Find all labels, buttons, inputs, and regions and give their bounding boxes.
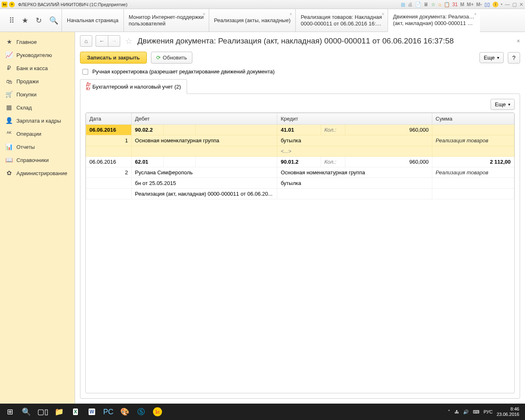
excel-icon[interactable]: X (67, 404, 84, 419)
tab-sales-docs[interactable]: × Реализация (акты, накладные) (209, 9, 296, 32)
refresh-button[interactable]: ⟳Обновить (151, 52, 192, 64)
sidebar-item-label: Руководителю (16, 52, 52, 58)
sidebar-item-label: Администрирование (16, 170, 67, 176)
skype-icon[interactable]: Ⓢ (133, 404, 149, 419)
tab-document-movements[interactable]: × Движения документа: Реализация (акт, н… (388, 9, 480, 32)
sidebar-item-hr[interactable]: 👤Зарплата и кадры (0, 114, 75, 127)
pc-app-icon[interactable]: PC (100, 404, 116, 419)
maximize-icon[interactable]: ▢ (512, 2, 517, 7)
explorer-icon[interactable]: 📁 (51, 404, 67, 419)
manual-edit-checkbox[interactable] (82, 69, 88, 75)
table-row[interactable]: 06.06.2016 62.01 90.01.2 Кол.: 960,000 2… (86, 157, 514, 167)
sidebar-item-warehouse[interactable]: ▦Склад (0, 101, 75, 114)
titlebar-icon[interactable]: 📄 (415, 2, 421, 7)
th-date[interactable]: Дата (86, 113, 132, 125)
paint-icon[interactable]: 🎨 (116, 404, 133, 419)
sidebar-item-catalogs[interactable]: 📖Справочники (0, 153, 75, 167)
table-row[interactable]: 06.06.2016 90.02.2 41.01 Кол.: 960,000 (86, 125, 514, 135)
memory-m-button[interactable]: M (460, 2, 464, 7)
titlebar-icon[interactable]: 📋 (444, 2, 450, 7)
1c-icon[interactable]: 1c (149, 404, 166, 419)
titlebar-icon[interactable]: 🖨 (408, 2, 413, 7)
sidebar-item-purchases[interactable]: 🛒Покупки (0, 88, 75, 101)
back-button[interactable]: ← (96, 35, 108, 47)
calendar-icon[interactable]: 31 (452, 2, 458, 7)
write-and-close-button[interactable]: Записать и закрыть (80, 52, 147, 64)
info-dropdown-icon[interactable]: ▾ (501, 2, 502, 6)
table-more-button[interactable]: Еще▾ (491, 99, 515, 110)
tray-chevron-icon[interactable]: ˄ (448, 409, 450, 415)
memory-mminus-button[interactable]: M- (476, 2, 482, 7)
close-icon[interactable]: × (474, 11, 477, 16)
th-credit[interactable]: Кредит (277, 113, 432, 125)
history-icon[interactable]: ↻ (36, 16, 42, 25)
accounting-tab-icon: ДтКт (86, 82, 91, 91)
sidebar-item-main[interactable]: ★Главное (0, 35, 75, 48)
th-sum[interactable]: Сумма (432, 113, 514, 125)
person-icon: 👤 (6, 117, 12, 124)
star-icon: ★ (6, 39, 12, 45)
sidebar: ★Главное 📈Руководителю ₽Банк и касса 🛍Пр… (0, 32, 75, 404)
sidebar-item-label: Продажи (16, 78, 39, 84)
star-icon[interactable]: ☆ (431, 2, 436, 7)
tab-home[interactable]: Начальная страница (62, 9, 123, 32)
close-icon[interactable]: × (382, 11, 384, 16)
forward-button[interactable]: → (108, 35, 120, 47)
sidebar-item-label: Зарплата и кадры (16, 118, 61, 124)
table-row[interactable]: 2 Руслана Симферополь Основная номенклат… (86, 167, 514, 178)
tab-accounting[interactable]: ДтКт Бухгалтерский и налоговый учет (2) (80, 79, 187, 94)
info-icon[interactable]: i (493, 2, 498, 7)
help-button[interactable]: ? (508, 52, 520, 64)
apps-grid-icon[interactable]: ⠿ (9, 16, 14, 25)
sidebar-item-operations[interactable]: ᴬᴷОперации (0, 127, 75, 140)
sidebar-item-label: Справочники (16, 157, 49, 163)
tab-sale-invoice[interactable]: × Реализация товаров: Накладная 0000-000… (295, 9, 388, 32)
close-icon[interactable]: ✕ (519, 2, 523, 7)
sidebar-item-sales[interactable]: 🛍Продажи (0, 75, 75, 88)
favorite-toggle-icon[interactable]: ☆ (123, 36, 134, 46)
search-button[interactable]: 🔍 (18, 404, 34, 419)
chevron-down-icon: ▾ (508, 102, 510, 107)
sidebar-item-label: Покупки (16, 91, 37, 98)
app-logo-icon: 1c (2, 2, 7, 7)
table-row[interactable]: <...> (86, 146, 514, 157)
taskview-button[interactable]: ▢▯ (34, 404, 51, 419)
keyboard-icon[interactable]: ⌨ (473, 409, 479, 415)
language-indicator[interactable]: РУС (484, 409, 493, 414)
refresh-icon: ⟳ (156, 55, 161, 61)
network-icon[interactable]: 🖧 (454, 409, 459, 414)
home-button[interactable]: ⌂ (80, 35, 92, 47)
search-icon[interactable]: 🔍 (49, 16, 58, 25)
close-page-icon[interactable]: × (517, 38, 520, 44)
sidebar-item-label: Склад (16, 105, 32, 111)
clock[interactable]: 8:46 23.06.2016 (497, 406, 519, 417)
tab-support-monitor[interactable]: × Монитор Интернет-поддержки пользовател… (123, 9, 209, 32)
close-icon[interactable]: × (290, 11, 292, 16)
sidebar-item-reports[interactable]: 📊Отчеты (0, 140, 75, 153)
more-button[interactable]: Еще▾ (479, 52, 504, 63)
word-icon[interactable]: W (84, 404, 100, 419)
minimize-icon[interactable]: — (505, 2, 510, 7)
memory-mplus-button[interactable]: M+ (467, 2, 474, 7)
sidebar-item-label: Банк и касса (16, 65, 48, 71)
table-row[interactable]: 1 Основная номенклатурная группа бутылка… (86, 135, 514, 146)
grid-icon: ▦ (6, 104, 12, 111)
cart-icon: 🛒 (6, 91, 12, 98)
sidebar-item-admin[interactable]: ✿Администрирование (0, 167, 75, 180)
titlebar-icon[interactable]: ▦ (401, 2, 405, 7)
table-row[interactable]: Реализация (акт, накладная) 0000-000011 … (86, 189, 514, 199)
titlebar-icon[interactable]: 🖩 (424, 2, 429, 7)
titlebar-icon[interactable]: ⌂ (438, 2, 441, 7)
sidebar-item-bank[interactable]: ₽Банк и касса (0, 62, 75, 75)
titlebar: 1c ▾ ФЛЕРКО ВАСИЛИЙ НИКИТОВИЧ (1С:Предпр… (0, 0, 525, 9)
table-row[interactable]: бн от 25.05.2015 бутылка (86, 178, 514, 189)
panel-icon[interactable]: ▯▯ (484, 2, 490, 7)
th-debet[interactable]: Дебет (132, 113, 277, 125)
favorites-icon[interactable]: ★ (22, 16, 28, 25)
ruble-icon: ₽ (6, 65, 12, 71)
close-icon[interactable]: × (203, 11, 205, 16)
app-menu-icon[interactable]: ▾ (9, 2, 15, 7)
volume-icon[interactable]: 🔊 (463, 409, 469, 415)
sidebar-item-manager[interactable]: 📈Руководителю (0, 48, 75, 62)
start-button[interactable]: ⊞ (2, 404, 18, 419)
